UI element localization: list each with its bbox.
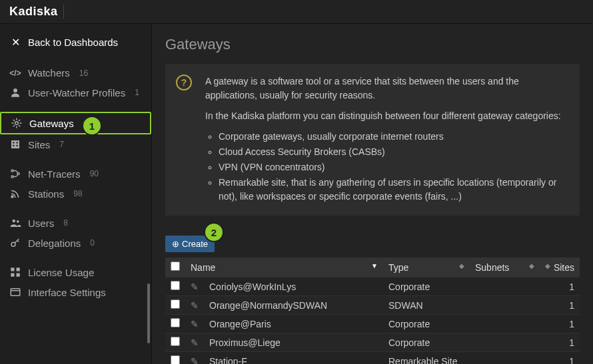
- key-icon: [9, 237, 21, 249]
- table-row: ✎Orange@NormandySDWANSDWAN1: [165, 296, 580, 315]
- cell-sites: 1: [540, 333, 580, 352]
- callout-badge-1: 1: [83, 117, 101, 134]
- row-checkbox[interactable]: [171, 337, 180, 346]
- page-title: Gateways: [165, 36, 580, 53]
- sidebar-item-label: Users: [28, 218, 54, 229]
- sidebar-item-gateways[interactable]: Gateways61: [0, 112, 151, 134]
- gateways-table: Name ▼ Type ◆ Subnets ◆ ◆: [165, 258, 580, 364]
- svg-point-1: [15, 122, 19, 125]
- sidebar-item-label: Stations: [28, 188, 64, 200]
- cell-type: Corporate: [383, 277, 470, 296]
- create-label: Create: [182, 239, 208, 249]
- cell-subnets: [470, 352, 540, 365]
- sidebar-item-label: Net-Tracers: [28, 168, 81, 180]
- sidebar-item-count: 90: [90, 169, 99, 178]
- main-content: Gateways ? A gateway is a software tool …: [152, 24, 593, 364]
- svg-rect-26: [11, 289, 20, 296]
- sidebar-item-count: 0: [90, 238, 95, 248]
- table-row: ✎Proximus@LiegeCorporate1: [165, 333, 580, 352]
- sidebar-item-label: License Usage: [28, 267, 94, 278]
- window-icon: [9, 286, 21, 298]
- sidebar: ✕ Back to Dashboards </>Watchers16User-W…: [0, 24, 152, 364]
- sidebar-item-label: Gateways: [29, 118, 74, 129]
- col-type[interactable]: Type ◆: [383, 258, 470, 277]
- table-row: ✎Orange@ParisCorporate1: [165, 315, 580, 333]
- svg-rect-14: [17, 145, 18, 146]
- edit-row-button[interactable]: ✎: [185, 352, 204, 365]
- cell-type: SDWAN: [383, 296, 470, 315]
- info-text-2: In the Kadiska platform you can distingu…: [205, 109, 569, 123]
- edit-row-button[interactable]: ✎: [185, 277, 204, 296]
- svg-rect-13: [13, 145, 14, 146]
- sidebar-item-sites[interactable]: Sites7: [0, 134, 151, 154]
- info-panel: ? A gateway is a software tool or a serv…: [165, 64, 580, 216]
- sidebar-item-net-tracers[interactable]: Net-Tracers90: [0, 164, 151, 184]
- svg-rect-11: [13, 142, 14, 143]
- gateway-icon: [11, 117, 23, 129]
- close-icon: ✕: [9, 36, 21, 49]
- edit-row-button[interactable]: ✎: [185, 333, 204, 352]
- svg-point-15: [11, 170, 13, 172]
- users-icon: [9, 217, 21, 229]
- sidebar-item-license-usage[interactable]: License Usage: [0, 262, 151, 282]
- sidebar-item-user-watcher-profiles[interactable]: User-Watcher Profiles1: [0, 83, 151, 102]
- cell-subnets: [470, 296, 540, 315]
- cell-name: Orange@Paris: [204, 315, 383, 333]
- svg-line-7: [19, 125, 20, 126]
- office-icon: [9, 138, 21, 150]
- cell-sites: 1: [540, 352, 580, 365]
- back-to-dashboards[interactable]: ✕ Back to Dashboards: [0, 32, 151, 53]
- sidebar-item-stations[interactable]: Stations98: [0, 184, 151, 204]
- svg-rect-22: [11, 268, 14, 271]
- sidebar-item-watchers[interactable]: </>Watchers16: [0, 63, 151, 83]
- cell-name: Station-F: [204, 352, 383, 365]
- sidebar-item-label: Interface Settings: [28, 287, 106, 298]
- svg-point-16: [11, 176, 13, 178]
- col-sites[interactable]: ◆ Sites: [540, 258, 580, 277]
- cell-name: Orange@NormandySDWAN: [204, 296, 383, 315]
- callout-badge-2: 2: [205, 224, 223, 241]
- sidebar-item-label: User-Watcher Profiles: [28, 87, 125, 98]
- select-all-checkbox[interactable]: [171, 262, 180, 271]
- sidebar-item-users[interactable]: Users8: [0, 213, 151, 233]
- sidebar-item-interface-settings[interactable]: Interface Settings: [0, 282, 151, 302]
- info-list-item: VPN (VPN concentrators): [219, 160, 569, 174]
- svg-point-21: [11, 242, 15, 246]
- cell-subnets: [470, 333, 540, 352]
- sidebar-item-count: 8: [63, 218, 68, 228]
- cell-subnets: [470, 277, 540, 296]
- svg-rect-25: [17, 273, 20, 277]
- sidebar-scrollbar[interactable]: [147, 283, 150, 343]
- sort-icon: ◆: [459, 262, 464, 270]
- sidebar-item-delegations[interactable]: Delegations0: [0, 233, 151, 253]
- select-all-header[interactable]: [165, 258, 185, 277]
- sidebar-item-count: 98: [73, 189, 82, 198]
- branches-icon: [9, 168, 21, 180]
- col-name[interactable]: Name ▼: [185, 258, 383, 277]
- svg-line-9: [19, 120, 20, 121]
- sidebar-item-count: 16: [79, 69, 88, 78]
- row-checkbox[interactable]: [171, 299, 180, 309]
- help-icon: ?: [176, 75, 192, 91]
- svg-point-17: [17, 173, 19, 175]
- cell-type: Remarkable Site: [383, 352, 470, 365]
- edit-row-button[interactable]: ✎: [185, 296, 204, 315]
- sidebar-item-label: Sites: [28, 139, 50, 150]
- col-subnets[interactable]: Subnets ◆: [470, 258, 540, 277]
- cell-subnets: [470, 315, 540, 333]
- row-checkbox[interactable]: [171, 355, 180, 364]
- cell-type: Corporate: [383, 333, 470, 352]
- back-label: Back to Dashboards: [28, 37, 118, 48]
- user-icon: [9, 87, 21, 98]
- code-icon: </>: [9, 69, 21, 78]
- row-checkbox[interactable]: [171, 318, 180, 327]
- row-checkbox[interactable]: [171, 281, 180, 290]
- brand-title: Kadiska: [9, 5, 64, 19]
- cell-sites: 1: [540, 315, 580, 333]
- sidebar-item-count: 1: [135, 88, 139, 97]
- table-row: ✎Station-FRemarkable Site1: [165, 352, 580, 365]
- svg-point-0: [13, 89, 17, 92]
- svg-rect-24: [11, 273, 14, 277]
- cell-name: Proximus@Liege: [204, 333, 383, 352]
- edit-row-button[interactable]: ✎: [185, 315, 204, 333]
